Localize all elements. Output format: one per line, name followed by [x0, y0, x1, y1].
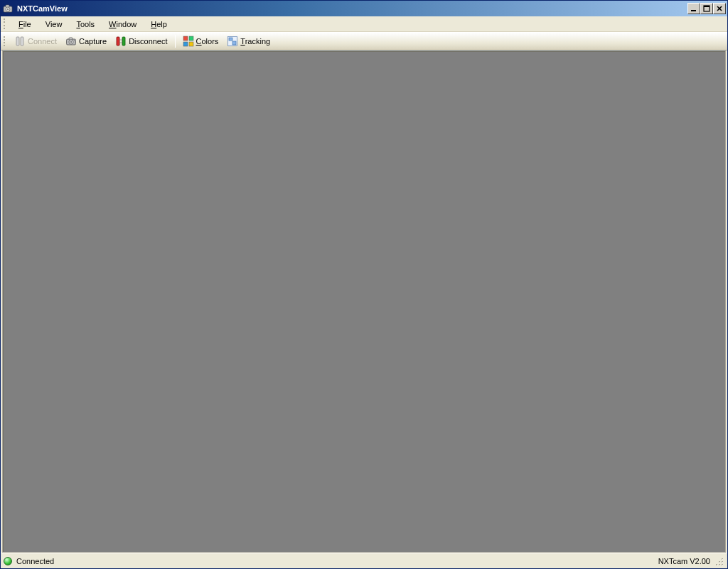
svg-rect-31 [722, 559, 723, 560]
svg-rect-36 [722, 565, 723, 565]
version-text: NXTcam V2.00 [658, 557, 710, 565]
resize-grip[interactable] [713, 555, 724, 567]
minimize-button[interactable] [687, 3, 700, 14]
svg-rect-1 [6, 5, 9, 7]
svg-rect-17 [122, 37, 125, 46]
connect-icon [14, 36, 26, 47]
connect-button[interactable]: Connect [10, 33, 61, 49]
menu-grip[interactable] [4, 18, 7, 30]
app-window: NXTCamView File View Tools Window Help [0, 0, 728, 569]
window-controls [687, 3, 726, 14]
close-button[interactable] [713, 3, 726, 14]
app-icon [3, 3, 14, 14]
svg-rect-16 [117, 37, 119, 46]
toolbar-separator [175, 35, 176, 48]
maximize-button[interactable] [700, 3, 713, 14]
svg-rect-20 [183, 42, 188, 46]
titlebar[interactable]: NXTCamView [1, 1, 727, 16]
tracking-icon [227, 36, 238, 47]
capture-button[interactable]: Capture [61, 33, 111, 49]
svg-rect-19 [189, 36, 193, 41]
camera-icon [65, 36, 77, 47]
tracking-button[interactable]: Tracking [223, 33, 274, 49]
menu-window[interactable]: Window [102, 18, 144, 30]
svg-point-15 [74, 40, 75, 41]
svg-point-3 [7, 9, 9, 11]
svg-rect-10 [21, 37, 23, 46]
capture-label: Capture [79, 37, 107, 46]
svg-rect-9 [16, 37, 19, 46]
svg-rect-21 [189, 42, 193, 46]
svg-rect-6 [704, 6, 710, 7]
connection-status-text: Connected [16, 557, 54, 565]
window-title: NXTCamView [17, 4, 68, 13]
tracking-label: Tracking [240, 37, 270, 46]
disconnect-label: Disconnect [129, 37, 167, 46]
disconnect-icon [115, 36, 127, 47]
svg-rect-12 [69, 38, 73, 40]
toolbar: Connect Capture [1, 32, 727, 50]
svg-rect-32 [719, 562, 720, 563]
svg-rect-24 [232, 41, 236, 45]
colors-icon [183, 36, 194, 47]
svg-rect-34 [717, 565, 717, 565]
menu-file[interactable]: File [11, 18, 38, 30]
svg-rect-33 [722, 562, 723, 563]
menu-help[interactable]: Help [144, 18, 174, 30]
colors-label: Colors [196, 37, 219, 46]
connect-label: Connect [28, 37, 57, 46]
svg-rect-18 [183, 36, 188, 41]
statusbar: Connected NXTcam V2.00 [1, 553, 727, 568]
colors-button[interactable]: Colors [178, 33, 223, 49]
svg-rect-35 [719, 565, 720, 565]
svg-point-14 [70, 41, 73, 43]
menubar: File View Tools Window Help [1, 16, 727, 32]
menu-tools[interactable]: Tools [69, 18, 102, 30]
mdi-client-area [2, 50, 726, 553]
svg-rect-4 [691, 10, 696, 11]
menu-view[interactable]: View [38, 18, 70, 30]
svg-rect-23 [229, 38, 232, 41]
disconnect-button[interactable]: Disconnect [111, 33, 171, 49]
connection-status-icon [4, 557, 12, 565]
toolbar-grip[interactable] [4, 36, 7, 46]
